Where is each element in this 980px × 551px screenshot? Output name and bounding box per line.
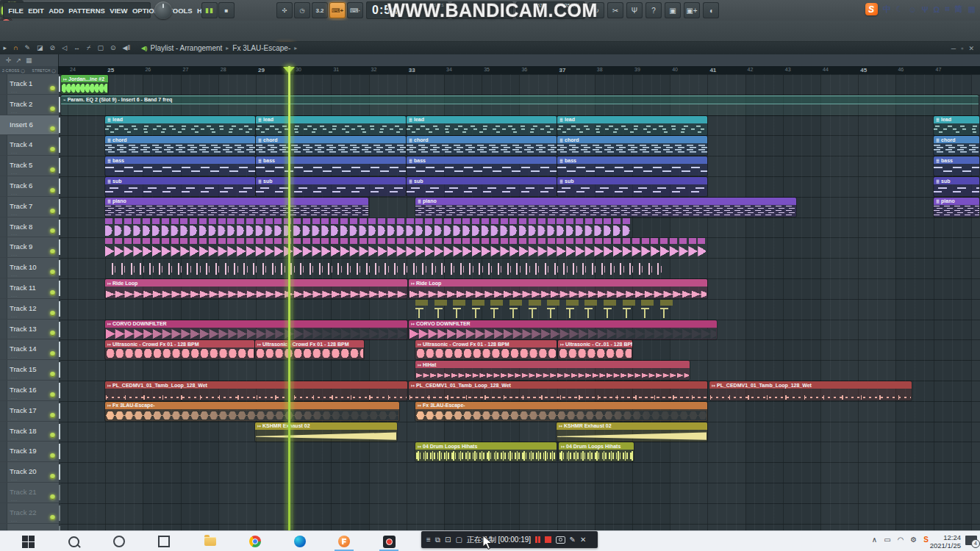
track-mute-led[interactable]	[50, 290, 55, 295]
rec-stop-button[interactable]	[545, 536, 551, 543]
track-header-track-13[interactable]: Track 13...	[0, 320, 59, 340]
track-submenu-dots[interactable]: ...	[11, 435, 18, 440]
track-submenu-dots[interactable]: ...	[11, 231, 18, 236]
move-tool-icon[interactable]: ✛	[6, 57, 12, 64]
track-mute-led[interactable]	[50, 209, 55, 214]
bandicam-taskbar-button[interactable]	[382, 534, 396, 549]
track-submenu-dots[interactable]: ...	[11, 395, 18, 400]
rec-fullscreen-icon[interactable]: ▢	[455, 536, 462, 544]
sogou-logo-icon[interactable]: S	[865, 3, 878, 15]
ruler-bar-37[interactable]: 37	[559, 67, 566, 73]
draw-icon[interactable]: ✎	[21, 44, 34, 52]
one-click-audio-icon[interactable]: ✣	[276, 2, 293, 18]
clip-bass[interactable]: ≣bass	[934, 156, 979, 176]
ruler-bar-34[interactable]: 34	[446, 67, 452, 72]
track-header-track-21[interactable]: Track 21...	[0, 483, 59, 503]
menu-item-file[interactable]: FILE	[6, 7, 26, 15]
chrome-button[interactable]	[248, 534, 262, 549]
ruler-bar-31[interactable]: 31	[333, 67, 339, 72]
menu-item-add[interactable]: ADD	[46, 7, 66, 15]
rec-close-button[interactable]: ✕	[580, 536, 586, 544]
countdown-icon[interactable]: ⌨·	[347, 2, 363, 18]
ruler-bar-44[interactable]: 44	[823, 67, 829, 72]
chat-icon[interactable]: ◖	[703, 2, 719, 18]
clip-sub[interactable]: ≣sub	[557, 177, 707, 196]
ruler-bar-39[interactable]: 39	[634, 67, 640, 72]
clip-corvo[interactable]: ↦CORVO DOWNFILTER	[409, 320, 717, 339]
track-submenu-dots[interactable]: ...	[11, 313, 18, 318]
track-mute-led[interactable]	[50, 107, 55, 112]
close-button[interactable]: ✕	[968, 45, 974, 52]
clip-chord[interactable]: ≣chord	[105, 136, 255, 155]
clip-sub[interactable]: ≣sub	[256, 177, 406, 196]
metronome-icon[interactable]: ◷	[294, 2, 310, 18]
rec-window-mode-icon[interactable]: ⧉	[435, 536, 440, 544]
track-mute-led[interactable]	[50, 433, 55, 438]
clip-jordan[interactable]: ↦Jordan...ine #2	[61, 75, 108, 94]
time-unit[interactable]: M:S:CS	[429, 3, 444, 7]
track-mute-led[interactable]	[50, 474, 55, 479]
track-header-track-9[interactable]: Track 9...	[0, 237, 59, 258]
lang-cn-icon[interactable]: 中	[883, 4, 891, 15]
stretch-label[interactable]: STRETCH ◯	[32, 68, 56, 73]
clip-bass[interactable]: ≣bass	[557, 156, 707, 176]
clip-sub[interactable]: ≣sub	[934, 177, 979, 196]
ruler-bar-25[interactable]: 25	[107, 67, 114, 73]
ruler-bar-24[interactable]: 24	[70, 67, 76, 72]
tray-expand-icon[interactable]: ∧	[872, 536, 877, 544]
rec-zoom-icon[interactable]: ⊡	[445, 536, 451, 544]
fx-hits-row12[interactable]	[415, 300, 674, 319]
help-icon[interactable]: ?	[645, 2, 662, 18]
ruler-bar-32[interactable]: 32	[371, 67, 377, 72]
taskbar-clock[interactable]: 12:24 2021/1/25	[930, 533, 961, 550]
track-submenu-dots[interactable]: ...	[11, 149, 18, 154]
ruler-bar-47[interactable]: 47	[936, 67, 942, 72]
track-header-track-6[interactable]: Track 6...	[0, 176, 59, 197]
track-submenu-dots[interactable]: ...	[11, 211, 18, 216]
ruler-bar-40[interactable]: 40	[672, 67, 678, 72]
track-submenu-dots[interactable]: ...	[11, 88, 18, 93]
track-mute-led[interactable]	[50, 249, 55, 254]
track-header-track-16[interactable]: Track 16...	[0, 381, 59, 401]
clip-ultra[interactable]: ↦Ultrasonic - Crowd Fx 01 - 128 BPM	[105, 340, 254, 359]
clip-lead[interactable]: ≣lead	[105, 116, 255, 135]
voice-input-icon[interactable]: Ψ	[922, 5, 929, 14]
playlist-speaker-icon[interactable]: ◀)	[134, 45, 151, 51]
ruler-bar-46[interactable]: 46	[898, 67, 904, 72]
track-header-track-20[interactable]: Track 20...	[0, 462, 59, 483]
clip-lead[interactable]: ≣lead	[256, 116, 406, 135]
clip-drum[interactable]: ↦04 Drum Loops Hihats	[415, 442, 557, 461]
simplified-icon[interactable]: 简	[955, 4, 963, 15]
piano-view-icon[interactable]: ▦	[26, 57, 32, 64]
track-header-track-14[interactable]: Track 14...	[0, 339, 59, 360]
track-submenu-dots[interactable]: ...	[11, 170, 18, 175]
clip-ride[interactable]: ↦Ride Loop	[409, 279, 707, 298]
wifi-icon[interactable]: ◠	[898, 536, 904, 544]
paint-icon[interactable]: ◪	[34, 44, 47, 52]
clip-lead[interactable]: ≣lead	[407, 116, 557, 135]
clip-tamb[interactable]: ↦PL_CEDMV1_01_Tamb_Loop_128_Wet	[409, 381, 707, 400]
rec-draw-button[interactable]: ✎	[570, 536, 576, 544]
delete-icon[interactable]: ⊘	[46, 44, 59, 52]
ruler-bar-36[interactable]: 36	[521, 67, 527, 72]
clip-sub[interactable]: ≣sub	[407, 177, 557, 196]
record-audio-icon[interactable]: Ψ	[626, 2, 643, 18]
stop-button[interactable]: ■	[218, 2, 235, 18]
percussion-hits-row8[interactable]	[105, 218, 631, 237]
main-volume-knob[interactable]	[154, 1, 172, 19]
search-button[interactable]	[66, 534, 81, 549]
mute-icon[interactable]: ◁	[59, 44, 71, 52]
rec-menu-icon[interactable]: ≡	[426, 536, 431, 544]
menu-item-view[interactable]: VIEW	[107, 7, 130, 15]
clip-tamb[interactable]: ↦PL_CEDMV1_01_Tamb_Loop_128_Wet	[709, 381, 912, 400]
clip-piano[interactable]: ≣piano	[934, 198, 979, 217]
wait-input-icon[interactable]: 3.2	[312, 2, 328, 18]
task-view-button[interactable]	[157, 534, 171, 549]
zoom-icon[interactable]: ⊙	[107, 44, 119, 52]
clip-piano[interactable]: ≣piano	[415, 198, 796, 217]
menu-arrow-icon[interactable]: ▸	[0, 44, 10, 52]
track-header-insert-6[interactable]: Insert 6...	[0, 115, 59, 136]
clip-drum[interactable]: ↦04 Drum Loops Hihats	[559, 442, 634, 461]
ruler-bar-30[interactable]: 30	[296, 67, 301, 72]
track-mute-led[interactable]	[50, 86, 55, 91]
